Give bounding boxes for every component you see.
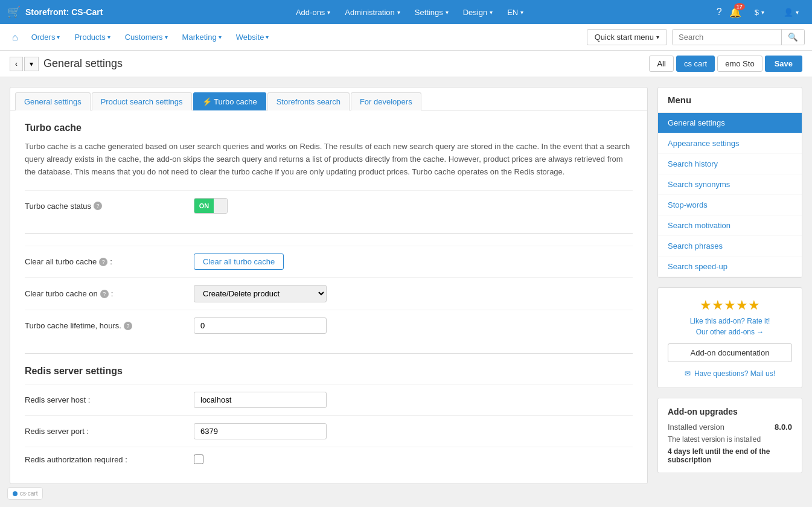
status-help-icon[interactable]: ?	[94, 202, 102, 210]
clear-on-help-icon[interactable]: ?	[100, 290, 109, 298]
turbo-cache-title: Turbo cache	[25, 123, 633, 133]
nav-language[interactable]: EN ▾	[501, 0, 529, 24]
mail-us-link[interactable]: ✉ Have questions? Mail us!	[668, 369, 792, 378]
tab-for-developers[interactable]: For developers	[351, 92, 421, 110]
demo-store-button[interactable]: emo Sto	[717, 56, 762, 72]
redis-host-input[interactable]	[194, 392, 327, 408]
tab-storefronts-search[interactable]: Storefronts search	[267, 92, 350, 110]
sidebar-item-stop-words[interactable]: Stop-words	[658, 195, 802, 215]
clear-on-label: Clear turbo cache on ?:	[25, 289, 194, 298]
nav-settings[interactable]: Settings ▾	[409, 0, 455, 24]
watermark: cs·cart	[7, 487, 43, 494]
divider	[25, 233, 633, 234]
nav-marketing[interactable]: Marketing ▾	[176, 30, 228, 44]
chevron-down-icon: ▾	[266, 34, 269, 40]
nav-orders[interactable]: Orders ▾	[25, 30, 66, 44]
second-nav: ⌂ Orders ▾ Products ▾ Customers ▾ Market…	[0, 24, 812, 51]
redis-auth-row: Redis authorization required :	[25, 447, 633, 471]
sidebar-item-appearance-settings[interactable]: Appearance settings	[658, 133, 802, 154]
home-link[interactable]: ⌂	[7, 30, 23, 45]
content-body: Turbo cache Turbo cache is a cache gener…	[10, 110, 647, 483]
chevron-down-icon: ▾	[490, 9, 493, 16]
chevron-down-icon: ▾	[520, 9, 523, 16]
quick-start-button[interactable]: Quick start menu ▾	[587, 29, 667, 45]
star-rating: ★★★★★	[668, 298, 792, 313]
redis-port-label: Redis server port :	[25, 427, 194, 436]
top-bar-right: ? 🔔 17 $ ▾ 👤 ▾	[717, 0, 805, 24]
page-header-actions: All cs cart emo Sto Save	[649, 56, 802, 72]
tab-general-settings[interactable]: General settings	[15, 92, 91, 110]
nav-addons[interactable]: Add-ons ▾	[290, 0, 336, 24]
save-button[interactable]: Save	[765, 56, 802, 72]
sidebar-item-search-speedup[interactable]: Search speed-up	[658, 257, 802, 277]
brand[interactable]: 🛒 Storefront: CS-Cart	[7, 5, 103, 19]
lifetime-input[interactable]	[194, 317, 327, 334]
turbo-cache-toggle[interactable]: ON	[194, 198, 228, 214]
main-layout: General settings Product search settings…	[0, 77, 812, 494]
tab-product-search[interactable]: Product search settings	[92, 92, 192, 110]
tab-turbo-cache[interactable]: ⚡ Turbo cache	[193, 92, 266, 110]
dropdown-button[interactable]: ▾	[24, 57, 39, 71]
nav-currency[interactable]: $ ▾	[749, 0, 770, 24]
clear-on-row: Clear turbo cache on ?: Create/Delete pr…	[25, 277, 633, 310]
top-bar: 🛒 Storefront: CS-Cart Add-ons ▾ Administ…	[0, 0, 812, 24]
chevron-down-icon: ▾	[796, 9, 799, 16]
chevron-down-icon: ▾	[57, 34, 60, 40]
sidebar-upgrades: Add-on upgrades Installed version 8.0.0 …	[657, 398, 802, 473]
page-title: General settings	[43, 57, 644, 70]
chevron-down-icon: ▾	[761, 9, 764, 16]
notifications-icon[interactable]: 🔔 17	[729, 7, 741, 18]
redis-host-label: Redis server host :	[25, 395, 194, 404]
tabs: General settings Product search settings…	[10, 88, 647, 110]
search-button[interactable]: 🔍	[781, 30, 804, 45]
clear-cache-row: Clear all turbo cache ?: Clear all turbo…	[25, 246, 633, 277]
redis-title: Redis server settings	[25, 366, 633, 377]
sidebar-item-general-settings[interactable]: General settings	[658, 113, 802, 133]
lifetime-label: Turbo cache lifetime, hours. ?	[25, 321, 194, 330]
chevron-down-icon: ▾	[219, 34, 222, 40]
redis-host-row: Redis server host :	[25, 384, 633, 415]
other-addons-link[interactable]: Our other add-ons →	[668, 328, 792, 336]
notification-badge: 17	[734, 3, 745, 10]
nav-products[interactable]: Products ▾	[68, 30, 116, 44]
redis-port-input[interactable]	[194, 423, 327, 439]
sidebar-item-search-synonyms[interactable]: Search synonyms	[658, 174, 802, 195]
redis-auth-checkbox[interactable]	[194, 454, 203, 464]
chevron-down-icon: ▾	[327, 9, 330, 16]
lifetime-help-icon[interactable]: ?	[124, 322, 132, 330]
sidebar-menu-title: Menu	[658, 88, 802, 113]
sidebar: Menu General settings Appearance setting…	[657, 87, 802, 473]
nav-customers[interactable]: Customers ▾	[119, 30, 174, 44]
sidebar-item-search-motivation[interactable]: Search motivation	[658, 215, 802, 236]
cscart-store-button[interactable]: cs cart	[676, 56, 715, 72]
second-nav-right: Quick start menu ▾ 🔍	[587, 29, 805, 45]
subscription-warning: 4 days left until the end of the subscri…	[668, 447, 792, 464]
status-label: Turbo cache status ?	[25, 202, 194, 211]
toggle-track: ON	[194, 198, 228, 214]
search-input[interactable]	[673, 30, 781, 45]
nav-website[interactable]: Website ▾	[230, 30, 275, 44]
chevron-down-icon: ▾	[107, 34, 110, 40]
clear-cache-button[interactable]: Clear all turbo cache	[194, 253, 284, 270]
sidebar-item-search-phrases[interactable]: Search phrases	[658, 236, 802, 257]
watermark-label: cs·cart	[20, 490, 37, 494]
chevron-down-icon: ▾	[397, 9, 400, 16]
toggle-off-section	[214, 199, 227, 213]
lifetime-row: Turbo cache lifetime, hours. ?	[25, 310, 633, 341]
nav-administration[interactable]: Administration ▾	[339, 0, 406, 24]
clear-cache-help-icon[interactable]: ?	[99, 258, 107, 266]
all-stores-button[interactable]: All	[649, 56, 673, 72]
sidebar-menu: Menu General settings Appearance setting…	[657, 87, 802, 278]
clear-cache-label: Clear all turbo cache ?:	[25, 257, 194, 266]
back-button[interactable]: ‹	[10, 57, 23, 71]
nav-design[interactable]: Design ▾	[457, 0, 499, 24]
help-icon[interactable]: ?	[717, 7, 722, 18]
clear-on-select[interactable]: Create/Delete product Update product Nev…	[194, 285, 327, 302]
addon-documentation-button[interactable]: Add-on documentation	[668, 343, 792, 362]
rate-addon-link[interactable]: Like this add-on? Rate it!	[668, 317, 792, 325]
sidebar-item-search-history[interactable]: Search history	[658, 154, 802, 174]
nav-user[interactable]: 👤 ▾	[778, 0, 805, 24]
chevron-down-icon: ▾	[656, 34, 659, 40]
redis-port-row: Redis server port :	[25, 415, 633, 447]
watermark-dot	[13, 491, 18, 494]
